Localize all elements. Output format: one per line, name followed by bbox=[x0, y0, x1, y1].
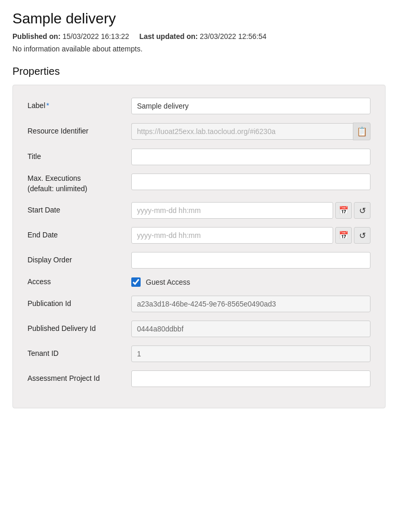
last-updated-date: 23/03/2022 12:56:54 bbox=[200, 32, 266, 41]
assessment-project-id-control bbox=[131, 370, 370, 387]
end-date-calendar-button[interactable]: 📅 bbox=[335, 227, 352, 244]
tenant-id-row: Tenant ID bbox=[28, 345, 370, 362]
start-date-input[interactable] bbox=[131, 202, 333, 219]
assessment-project-id-label: Assessment Project Id bbox=[28, 374, 131, 384]
publication-id-input bbox=[131, 296, 370, 312]
start-date-calendar-button[interactable]: 📅 bbox=[335, 202, 352, 219]
published-delivery-id-control bbox=[131, 321, 370, 337]
title-label: Title bbox=[28, 152, 131, 162]
max-executions-row: Max. Executions (default: unlimited) bbox=[28, 174, 370, 194]
title-input[interactable] bbox=[131, 149, 370, 165]
published-label: Published on: bbox=[12, 32, 61, 41]
assessment-project-id-row: Assessment Project Id bbox=[28, 370, 370, 387]
tenant-id-label: Tenant ID bbox=[28, 349, 131, 359]
end-date-reset-button[interactable]: ↺ bbox=[354, 227, 370, 244]
properties-form: Label* Resource Identifier 📋 Title Max. … bbox=[12, 85, 386, 408]
page-title: Sample delivery bbox=[12, 10, 386, 27]
max-executions-label: Max. Executions (default: unlimited) bbox=[28, 174, 131, 194]
start-date-control: 📅 ↺ bbox=[131, 202, 370, 219]
resource-id-input[interactable] bbox=[131, 123, 353, 140]
end-date-input[interactable] bbox=[131, 227, 333, 244]
end-date-row: End Date 📅 ↺ bbox=[28, 227, 370, 244]
display-order-input[interactable] bbox=[131, 252, 370, 269]
published-delivery-id-input bbox=[131, 321, 370, 337]
guest-access-checkbox[interactable] bbox=[131, 277, 141, 287]
max-executions-input[interactable] bbox=[131, 174, 370, 190]
published-delivery-id-label: Published Delivery Id bbox=[28, 324, 131, 334]
publication-id-label: Publication Id bbox=[28, 299, 131, 309]
display-order-row: Display Order bbox=[28, 252, 370, 269]
access-row: Access Guest Access bbox=[28, 277, 370, 287]
start-date-row: Start Date 📅 ↺ bbox=[28, 202, 370, 219]
resource-id-row: Resource Identifier 📋 bbox=[28, 123, 370, 140]
properties-section-title: Properties bbox=[12, 65, 386, 77]
publication-id-row: Publication Id bbox=[28, 296, 370, 312]
display-order-control bbox=[131, 252, 370, 269]
start-date-reset-button[interactable]: ↺ bbox=[354, 202, 370, 219]
resource-id-label: Resource Identifier bbox=[28, 126, 131, 137]
published-date: 15/03/2022 16:13:22 bbox=[62, 32, 129, 41]
start-date-label: Start Date bbox=[28, 205, 131, 216]
label-field-label: Label* bbox=[28, 101, 131, 111]
guest-access-label: Guest Access bbox=[146, 278, 190, 286]
assessment-project-id-input[interactable] bbox=[131, 370, 370, 387]
label-input[interactable] bbox=[131, 98, 370, 114]
resource-id-control: 📋 bbox=[131, 123, 370, 140]
published-delivery-id-row: Published Delivery Id bbox=[28, 321, 370, 337]
tenant-id-input bbox=[131, 345, 370, 362]
display-order-label: Display Order bbox=[28, 255, 131, 265]
end-date-label: End Date bbox=[28, 230, 131, 241]
max-executions-control bbox=[131, 174, 370, 190]
end-date-control: 📅 ↺ bbox=[131, 227, 370, 244]
title-row: Title bbox=[28, 149, 370, 165]
last-updated-label: Last updated on: bbox=[139, 32, 198, 41]
no-attempts-text: No information available about attempts. bbox=[12, 45, 386, 53]
access-control: Guest Access bbox=[131, 277, 370, 287]
access-label: Access bbox=[28, 277, 131, 287]
publication-id-control bbox=[131, 296, 370, 312]
tenant-id-control bbox=[131, 345, 370, 362]
label-field-control bbox=[131, 98, 370, 114]
label-row: Label* bbox=[28, 98, 370, 114]
meta-info: Published on: 15/03/2022 16:13:22 Last u… bbox=[12, 32, 386, 41]
title-control bbox=[131, 149, 370, 165]
copy-button[interactable]: 📋 bbox=[353, 123, 370, 140]
